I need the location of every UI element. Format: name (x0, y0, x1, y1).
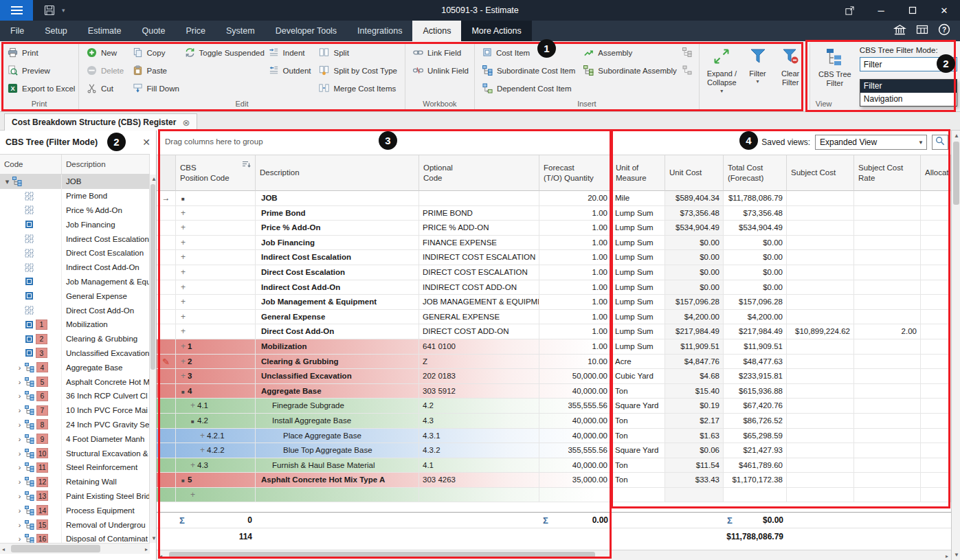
row-expand-toggle[interactable]: + (179, 265, 188, 280)
subordinate-cost-item-button[interactable]: Subordinate Cost Item (478, 62, 579, 80)
tree-row[interactable]: ›14Process Equipment (0, 503, 150, 517)
tree-row-description[interactable]: Aggregate Base (62, 360, 150, 374)
cell-unit-of-measure[interactable]: Lump Sum (612, 221, 665, 236)
grid-row[interactable]: +Job FinancingFINANCE EXPENSE1.00Lump Su… (157, 236, 951, 251)
tree-col-code[interactable]: Code (0, 155, 62, 174)
col-header-allocate[interactable]: Allocate (921, 155, 951, 191)
cell-cbs-position-code[interactable]: ■4.2 (176, 414, 256, 429)
cell-subject-cost-rate[interactable] (854, 399, 921, 414)
cell-allocate[interactable] (921, 236, 951, 251)
cell-subject-cost[interactable] (787, 236, 854, 251)
cell-unit-cost[interactable]: $0.00 (665, 236, 724, 251)
cell-cbs-position-code[interactable]: +4.2.1 (176, 429, 256, 444)
cell-description[interactable]: Direct Cost Escalation (256, 265, 419, 280)
cell-subject-cost-rate[interactable] (854, 473, 921, 488)
tree-row[interactable]: ›4Aggregate Base (0, 360, 150, 374)
cell-forecast-quantity[interactable]: 40,000.00 (539, 458, 612, 473)
cell-cbs-position-code[interactable]: + (176, 488, 256, 503)
cell-unit-cost[interactable]: $157,096.28 (665, 295, 724, 310)
hamburger-menu-button[interactable] (0, 0, 33, 21)
cell-unit-of-measure[interactable]: Ton (612, 384, 665, 399)
cell-total-cost[interactable]: $73,356.48 (724, 206, 787, 221)
cell-subject-cost[interactable] (787, 384, 854, 399)
cell-optional-code[interactable]: PRICE % ADD-ON (419, 221, 539, 236)
row-expand-toggle[interactable]: + (179, 369, 188, 383)
menu-estimate[interactable]: Estimate (78, 21, 132, 41)
grid-row[interactable]: +General ExpenseGENERAL EXPENSE1.00Lump … (157, 310, 951, 325)
menu-developer-tools[interactable]: Developer Tools (265, 21, 347, 41)
cell-subject-cost-rate[interactable] (854, 488, 921, 503)
row-expand-toggle[interactable]: ■ (179, 473, 188, 488)
cell-unit-cost[interactable]: $0.00 (665, 280, 724, 295)
col-header-subject-cost-rate[interactable]: Subject Cost Rate (854, 155, 921, 191)
saved-views-combobox[interactable]: Expanded View ▼ (815, 135, 927, 150)
tree-row[interactable]: ›94 Foot Diameter Manh (0, 432, 150, 446)
tree-row[interactable]: General Expense (0, 289, 150, 303)
cell-unit-of-measure[interactable]: Acre (612, 355, 665, 370)
cell-subject-cost[interactable]: $10,899,224.62 (787, 324, 854, 339)
cell-unit-cost[interactable]: $0.06 (665, 443, 724, 458)
cell-cbs-position-code[interactable]: ■5 (176, 473, 256, 488)
cell-allocate[interactable] (921, 206, 951, 221)
tree-row-description[interactable]: Indirect Cost Escalation (62, 232, 150, 246)
cell-forecast-quantity[interactable]: 1.00 (539, 324, 612, 339)
tree-row[interactable]: ›10Structural Excavation & (0, 446, 150, 460)
col-header-forecast-quantity[interactable]: Forecast (T/O) Quantity (539, 155, 612, 191)
cell-subject-cost[interactable] (787, 399, 854, 414)
workbook-grid-icon[interactable] (916, 24, 928, 38)
cell-forecast-quantity[interactable]: 1.00 (539, 221, 612, 236)
saved-views-search-button[interactable] (932, 135, 948, 150)
subordinate-assembly-button[interactable]: Subordinate Assembly (579, 62, 680, 80)
cell-description[interactable]: Direct Cost Add-On (256, 324, 419, 339)
col-header-subject-cost[interactable]: Subject Cost (787, 155, 854, 191)
cell-description[interactable]: Asphalt Concrete Hot Mix Type A (256, 473, 419, 488)
outdent-button[interactable]: Outdent (265, 62, 315, 80)
col-header-optional-code[interactable]: Optional Code (419, 155, 539, 191)
cell-description[interactable]: Indirect Cost Add-On (256, 280, 419, 295)
cell-description[interactable] (256, 488, 419, 503)
cell-forecast-quantity[interactable]: 40,000.00 (539, 384, 612, 399)
row-expand-toggle[interactable]: + (198, 429, 207, 443)
sort-icon[interactable] (242, 160, 251, 171)
cell-allocate[interactable] (921, 280, 951, 295)
row-expand-toggle[interactable]: ■ (179, 192, 188, 206)
paste-button[interactable]: Paste (129, 62, 181, 80)
cut-button[interactable]: Cut (82, 80, 129, 98)
cell-allocate[interactable] (921, 414, 951, 429)
tree-expand-arrow-icon[interactable]: › (14, 506, 25, 515)
row-expand-toggle[interactable]: ■ (188, 414, 197, 429)
grid-row[interactable]: ■5Asphalt Concrete Hot Mix Type A303 426… (157, 473, 951, 488)
split-button[interactable]: Split (315, 44, 401, 62)
cell-cbs-position-code[interactable]: + (176, 324, 256, 339)
cell-description[interactable]: Aggregate Base (256, 384, 419, 399)
cell-subject-cost-rate[interactable]: 2.00 (854, 324, 921, 339)
tree-row[interactable]: 2Clearing & Grubbing (0, 332, 150, 346)
tree-expand-arrow-icon[interactable]: › (14, 421, 25, 429)
print-button[interactable]: Print (3, 44, 79, 62)
cell-cbs-position-code[interactable]: + (176, 221, 256, 236)
cell-total-cost[interactable]: $461,789.60 (724, 458, 787, 473)
cell-allocate[interactable] (921, 488, 951, 503)
expand-collapse-button[interactable]: Expand / Collapse ▾ (703, 44, 741, 107)
tree-row[interactable]: ▾JOB (0, 175, 150, 189)
cell-total-cost[interactable]: $534,904.49 (724, 221, 787, 236)
cell-optional-code[interactable]: FINANCE EXPENSE (419, 236, 539, 251)
cell-subject-cost-rate[interactable] (854, 414, 921, 429)
tree-expand-arrow-icon[interactable]: › (14, 363, 25, 372)
cell-total-cost[interactable]: $0.00 (724, 265, 787, 280)
tree-row[interactable]: ›12Retaining Wall (0, 475, 150, 489)
menu-price[interactable]: Price (176, 21, 216, 41)
cell-unit-cost[interactable]: $589,404.34 (665, 191, 724, 206)
tree-row-description[interactable]: Job Financing (62, 217, 150, 232)
cell-total-cost[interactable]: $615,936.88 (724, 384, 787, 399)
tree-expand-arrow-icon[interactable]: › (14, 435, 25, 443)
tree-row-description[interactable]: Prime Bond (62, 189, 150, 203)
cell-cbs-position-code[interactable]: + (176, 265, 256, 280)
estimate-library-icon[interactable] (893, 24, 906, 38)
tree-row[interactable]: ›824 Inch PVC Gravity Se (0, 418, 150, 432)
cell-unit-cost[interactable] (665, 488, 724, 503)
cell-total-cost[interactable]: $0.00 (724, 280, 787, 295)
cell-subject-cost[interactable] (787, 355, 854, 370)
tree-expand-arrow-icon[interactable]: › (14, 521, 25, 529)
cell-description[interactable]: Price % Add-On (256, 221, 419, 236)
